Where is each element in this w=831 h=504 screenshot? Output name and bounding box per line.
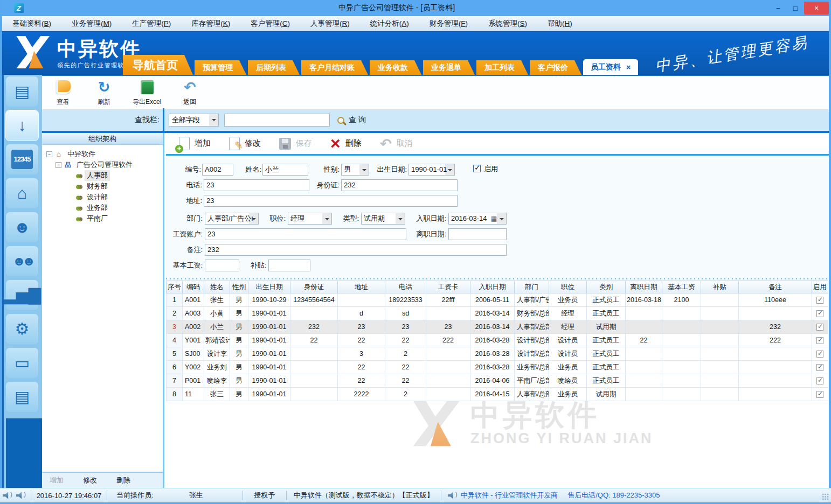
menu-item[interactable]: 业务管理(M) (61, 16, 122, 31)
minimize-button[interactable]: − (770, 2, 787, 15)
tree-item[interactable]: ☻设计部 (42, 192, 163, 202)
tree-item[interactable]: −品广告公司管理软件 (42, 159, 163, 170)
search-input[interactable] (224, 114, 330, 127)
column-header[interactable]: 编码 (183, 281, 204, 293)
table-row[interactable]: 1A001张生男1990-10-291234556456418922353322… (167, 293, 828, 307)
tree-footer-button[interactable]: 删除 (116, 475, 130, 485)
maximize-button[interactable]: □ (787, 2, 804, 15)
toolbar-refresh-button[interactable]: 刷新 (92, 79, 116, 107)
tree-item[interactable]: ☻财务部 (42, 181, 163, 192)
column-header[interactable]: 类别 (587, 281, 626, 293)
sidebar-hr-people-icon[interactable]: ☻☻ (6, 246, 38, 276)
sidebar-calculator-icon[interactable]: 12345 (6, 144, 38, 174)
table-row[interactable]: 4Y001郭靖设计男1990-01-012222222222016-03-28设… (167, 334, 828, 347)
menu-item[interactable]: 财务管理(F) (419, 16, 478, 31)
table-row[interactable]: 3A002小兰男1990-01-012322323232016-03-14人事部… (167, 320, 828, 334)
splitter-handle[interactable] (166, 277, 831, 281)
column-header[interactable]: 备注 (739, 281, 812, 293)
column-header[interactable]: 基本工资 (662, 281, 701, 293)
column-header[interactable]: 入职日期 (470, 281, 515, 293)
sidebar-warehouse-icon[interactable]: ⌂ (6, 178, 38, 208)
tree-expander-icon[interactable]: − (46, 151, 52, 157)
birth-select[interactable]: 1990-01-01 (408, 164, 455, 176)
column-header[interactable]: 职位 (549, 281, 587, 293)
nav-tab[interactable]: 业务收款 (370, 60, 421, 75)
column-header[interactable]: 地址 (338, 281, 385, 293)
sidebar-basic-data-icon[interactable]: ▤ (6, 76, 38, 107)
table-row[interactable]: 2A003小黄男1990-01-01dsd2016-03-14财务部/总部经理正… (167, 307, 828, 320)
speaker-icon[interactable]: ) (16, 492, 24, 499)
resize-grip[interactable] (822, 493, 829, 500)
sidebar-report-clipboard-icon[interactable]: ▤ (6, 382, 38, 412)
phone-field[interactable]: 23 (204, 179, 309, 191)
menu-item[interactable]: 库存管理(K) (181, 16, 240, 31)
tab-active[interactable]: 员工资料× (583, 59, 638, 75)
column-header[interactable]: 离职日期 (626, 281, 662, 293)
toolbar-book-button[interactable]: 查看 (51, 79, 75, 107)
nav-tab[interactable]: 业务退单 (423, 60, 475, 75)
checkbox-checked-icon[interactable] (816, 391, 823, 398)
tree-item[interactable]: ☻人事部 (42, 170, 163, 181)
checkbox-checked-icon[interactable] (816, 377, 823, 384)
menu-item[interactable]: 帮助(H) (537, 16, 583, 31)
nav-tab[interactable]: 客户报价 (530, 60, 581, 75)
checkbox-checked-icon[interactable] (816, 337, 823, 344)
menu-item[interactable]: 统计分析(A) (360, 16, 419, 31)
record-edit-button[interactable]: 修改 (229, 137, 261, 150)
checkbox-checked-icon[interactable] (816, 364, 823, 371)
enabled-checkbox[interactable] (473, 165, 481, 172)
allowance-field[interactable] (268, 260, 310, 271)
company-link[interactable]: 中异软件 - 行业管理软件开发商 (461, 491, 558, 500)
table-row[interactable]: 5SJ00设计李男1990-01-01322016-03-28设计部/总部设计员… (167, 347, 828, 361)
table-row[interactable]: 7P001喷绘李男1990-01-0122222016-04-06平南厂/总部喷… (167, 374, 828, 388)
tree-item[interactable]: ☻业务部 (42, 202, 163, 213)
code-field[interactable]: A002 (202, 164, 233, 176)
tree-item[interactable]: ☻平南厂 (42, 213, 163, 224)
hiredate-picker[interactable]: 2016-03-14 (448, 213, 507, 225)
column-header[interactable]: 序号 (167, 281, 183, 293)
sidebar-system-gears-icon[interactable]: ⚙ (6, 314, 38, 344)
column-header[interactable]: 出生日期 (248, 281, 290, 293)
address-field[interactable]: 23 (204, 195, 458, 207)
speaker-icon[interactable]: ) (3, 492, 11, 499)
department-select[interactable]: 人事部/广告公i (205, 213, 259, 225)
close-button[interactable]: × (804, 2, 829, 15)
menu-item[interactable]: 系统管理(S) (478, 16, 537, 31)
sidebar-customer-icon[interactable]: ☻ (6, 212, 38, 242)
tree-footer-button[interactable]: 修改 (83, 475, 97, 485)
menu-item[interactable]: 基础资料(B) (2, 16, 61, 31)
speaker-icon[interactable]: ) (448, 492, 456, 499)
column-header[interactable]: 补贴 (701, 281, 739, 293)
record-add-doc-button[interactable]: 增加 (179, 137, 211, 150)
contact-link[interactable]: 售后电话/QQ: 189-2235-3305 (567, 491, 660, 500)
column-header[interactable]: 启用 (812, 281, 828, 293)
search-icon[interactable] (337, 117, 344, 124)
salary-account-field[interactable]: 23 (205, 228, 406, 240)
tab-home[interactable]: 导航首页 (123, 55, 193, 75)
sidebar-stats-chart-icon[interactable]: ▂▅▇ (6, 280, 38, 310)
leavedate-field[interactable] (448, 228, 507, 240)
column-header[interactable]: 性别 (230, 281, 248, 293)
menu-item[interactable]: 人事管理(R) (300, 16, 360, 31)
sidebar-monitor-icon[interactable]: ▭ (6, 348, 38, 378)
record-delete-button[interactable]: 删除 (330, 137, 362, 151)
query-button[interactable]: 查 询 (349, 115, 366, 125)
column-header[interactable]: 电话 (385, 281, 426, 293)
column-header[interactable]: 身份证 (290, 281, 338, 293)
type-select[interactable]: 试用期 (361, 213, 405, 225)
checkbox-checked-icon[interactable] (816, 324, 823, 331)
base-salary-field[interactable] (205, 260, 239, 271)
nav-tab[interactable]: 客户月结对账 (301, 60, 368, 75)
position-select[interactable]: 经理 (288, 213, 332, 225)
column-header[interactable]: 工资卡 (426, 281, 470, 293)
checkbox-checked-icon[interactable] (816, 351, 823, 358)
nav-tab[interactable]: 后期列表 (248, 60, 300, 75)
nav-tab[interactable]: 预算管理 (195, 60, 246, 75)
remark-field[interactable]: 232 (205, 244, 507, 256)
nav-tab[interactable]: 加工列表 (476, 60, 528, 75)
sidebar-business-download-icon[interactable]: ↓ (6, 110, 38, 141)
column-header[interactable]: 姓名 (204, 281, 230, 293)
toolbar-back-button[interactable]: 返回 (177, 79, 202, 107)
column-header[interactable]: 部门 (515, 281, 549, 293)
menu-item[interactable]: 客户管理(C) (240, 16, 300, 31)
